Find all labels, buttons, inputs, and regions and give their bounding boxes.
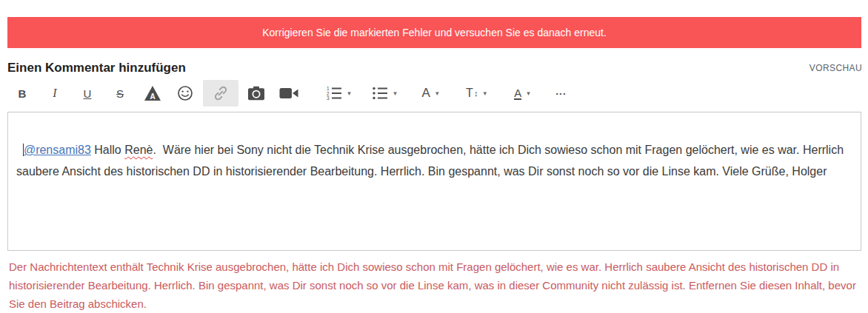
bold-button[interactable]: B [7,80,37,107]
svg-text:A: A [150,92,155,101]
error-banner-text: Korrigieren Sie die markierten Fehler un… [262,27,607,38]
chevron-down-icon: ▾ [347,90,351,97]
smiley-icon [177,85,193,101]
bullet-list-button[interactable]: ▾ [363,80,406,107]
more-options-button[interactable]: ••• [547,80,576,107]
text-color-button[interactable]: A ▾ [501,80,544,107]
underline-icon: U [84,87,92,100]
bullet-list-icon [372,86,388,101]
link-button[interactable] [203,80,238,107]
editor-text: Hallo [91,144,124,156]
strikethrough-icon: S [116,87,124,100]
preview-button[interactable]: VORSCHAU [809,63,862,73]
ordered-list-button[interactable]: 1 2 3 ▾ [317,80,360,107]
chevron-down-icon: ▾ [435,90,439,97]
ordered-list-icon: 1 2 3 [326,86,342,101]
formatting-toolbar: B I U S A [7,79,868,107]
resize-grip[interactable] [850,240,860,249]
underline-button[interactable]: U [73,80,102,107]
page-title: Einen Kommentar hinzufügen [7,61,186,75]
strikethrough-button[interactable]: S [105,80,135,107]
spoiler-button[interactable]: A [138,80,167,107]
comment-editor[interactable]: @rensami83 Hallo Renè. Wäre hier bei Son… [7,112,861,251]
font-icon: A [422,86,430,101]
font-button[interactable]: A ▾ [409,80,452,107]
ellipsis-icon: ••• [556,90,567,97]
video-camera-icon [279,87,298,100]
warning-triangle-icon: A [144,85,161,101]
photo-button[interactable] [241,80,271,107]
bold-icon: B [19,87,27,100]
italic-icon: I [53,87,56,100]
chevron-down-icon: ▾ [483,90,487,97]
top-spacer [0,0,868,17]
text-size-button[interactable]: T ↕ ▾ [455,80,498,107]
chevron-down-icon: ▾ [527,90,530,97]
link-icon [212,84,230,102]
italic-button[interactable]: I [40,80,70,107]
emoji-button[interactable] [170,80,200,107]
chevron-down-icon: ▾ [393,90,397,97]
svg-text:3: 3 [327,95,330,101]
video-button[interactable] [274,80,304,107]
comment-form-header: Einen Kommentar hinzufügen VORSCHAU [7,59,862,77]
mention-link[interactable]: @rensami83 [24,144,91,156]
text-size-icon: T [466,87,473,100]
camera-icon [247,86,265,101]
error-banner: Korrigieren Sie die markierten Fehler un… [7,17,861,48]
validation-error-message: Der Nachrichtentext enthält Technik Kris… [9,258,861,313]
misspelled-word: Renè [124,144,153,156]
text-color-icon: A [514,87,521,100]
up-down-arrow-icon: ↕ [474,89,478,98]
